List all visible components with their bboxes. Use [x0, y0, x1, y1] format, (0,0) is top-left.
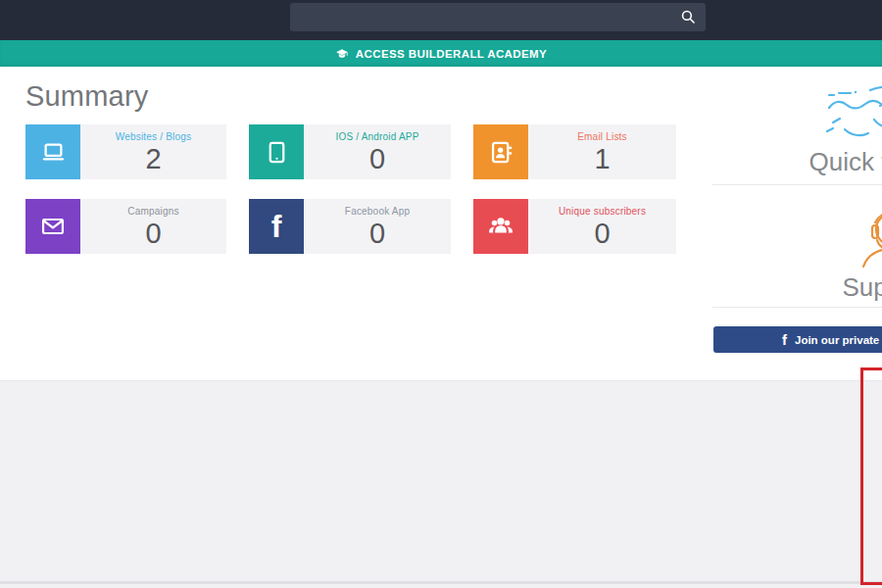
card-label: Campaigns	[127, 206, 178, 217]
facebook-icon: f	[782, 332, 787, 347]
card-label: Websites / Blogs	[116, 131, 192, 142]
facebook-icon: f	[249, 199, 304, 254]
card-ios-android-app[interactable]: IOS / Android APP 0	[249, 124, 451, 179]
highlight-annotation-box	[860, 368, 882, 585]
top-navbar	[0, 0, 882, 40]
card-label: Facebook App	[345, 206, 410, 217]
envelope-icon	[25, 199, 80, 254]
divider	[712, 307, 882, 308]
card-label: IOS / Android APP	[335, 131, 418, 142]
bottom-divider	[0, 581, 882, 584]
card-body: Campaigns 0	[80, 199, 226, 254]
card-body: IOS / Android APP 0	[304, 124, 451, 179]
card-value: 0	[369, 145, 385, 173]
laptop-icon	[25, 124, 80, 179]
mobile-icon	[249, 124, 304, 179]
card-value: 2	[145, 145, 161, 173]
search-bar	[290, 3, 706, 31]
card-unique-subscribers[interactable]: Unique subscribers 0	[473, 199, 676, 254]
card-label: Email Lists	[577, 131, 627, 142]
support-link[interactable]: Support	[712, 200, 882, 303]
search-icon[interactable]	[679, 8, 698, 26]
card-body: Email Lists 1	[528, 124, 676, 179]
right-panel: Quick training Support f Join our privat…	[712, 67, 882, 380]
card-value: 0	[145, 220, 161, 248]
card-value: 1	[594, 145, 610, 173]
card-value: 0	[369, 220, 385, 248]
join-facebook-group-button[interactable]: f Join our private	[713, 326, 882, 353]
divider	[712, 184, 882, 185]
quick-training-label: Quick training	[712, 147, 882, 177]
quick-training-icon	[823, 80, 882, 147]
card-websites-blogs[interactable]: Websites / Blogs 2	[25, 124, 226, 179]
card-facebook-app[interactable]: f Facebook App 0	[249, 199, 451, 254]
quick-training-link[interactable]: Quick training	[712, 80, 882, 177]
card-label: Unique subscribers	[559, 206, 646, 217]
join-facebook-group-label: Join our private	[795, 334, 879, 346]
support-headset-icon	[833, 200, 882, 272]
card-email-lists[interactable]: Email Lists 1	[473, 124, 676, 179]
card-body: Facebook App 0	[304, 199, 451, 254]
card-campaigns[interactable]: Campaigns 0	[25, 199, 226, 254]
users-icon	[473, 199, 528, 254]
footer-area	[0, 380, 882, 588]
support-label: Support	[712, 272, 882, 303]
search-input[interactable]	[290, 3, 706, 31]
academy-banner[interactable]: ACCESS BUILDERALL ACADEMY	[0, 40, 882, 67]
graduation-cap-icon	[335, 47, 349, 61]
academy-banner-label: ACCESS BUILDERALL ACADEMY	[356, 48, 547, 60]
page-title: Summary	[25, 80, 148, 113]
card-body: Websites / Blogs 2	[80, 124, 226, 179]
card-value: 0	[594, 220, 610, 248]
card-body: Unique subscribers 0	[528, 199, 676, 254]
summary-cards: Websites / Blogs 2 IOS / Android APP 0	[25, 124, 676, 254]
address-book-icon	[473, 124, 528, 179]
